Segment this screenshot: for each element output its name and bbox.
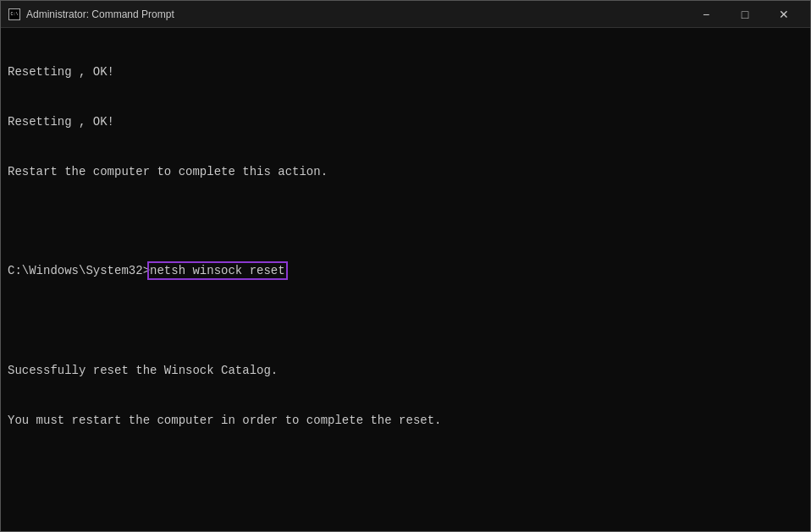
- window-title: Administrator: Command Prompt: [26, 8, 174, 20]
- highlighted-command: netsh winsock reset: [150, 264, 285, 277]
- window-icon: [8, 8, 21, 21]
- output-line-blank-3: [8, 462, 803, 479]
- output-line-7: Sucessfully reset the Winsock Catalog.: [8, 363, 803, 380]
- cmd-window: Administrator: Command Prompt − □ ✕ Rese…: [0, 0, 811, 532]
- console-body[interactable]: Resetting , OK! Resetting , OK! Restart …: [1, 28, 810, 531]
- maximize-button[interactable]: □: [725, 1, 764, 28]
- output-line-8: You must restart the computer in order t…: [8, 413, 803, 430]
- close-button[interactable]: ✕: [764, 1, 803, 28]
- cmd-app-icon: [8, 8, 20, 20]
- output-line-3: Restart the computer to complete this ac…: [8, 164, 803, 181]
- output-line-1: Resetting , OK!: [8, 64, 803, 81]
- minimize-button[interactable]: −: [687, 1, 725, 28]
- output-line-command: C:\Windows\System32>netsh winsock reset: [8, 263, 803, 280]
- title-bar: Administrator: Command Prompt − □ ✕: [1, 1, 810, 28]
- prompt-text: C:\Windows\System32>: [8, 264, 150, 277]
- console-output: Resetting , OK! Resetting , OK! Restart …: [8, 31, 803, 531]
- output-line-2: Resetting , OK!: [8, 114, 803, 131]
- title-bar-controls: − □ ✕: [687, 1, 803, 28]
- title-bar-left: Administrator: Command Prompt: [8, 8, 174, 21]
- output-line-blank-1: [8, 214, 803, 231]
- output-line-blank-4: [8, 512, 803, 529]
- output-line-blank-2: [8, 313, 803, 330]
